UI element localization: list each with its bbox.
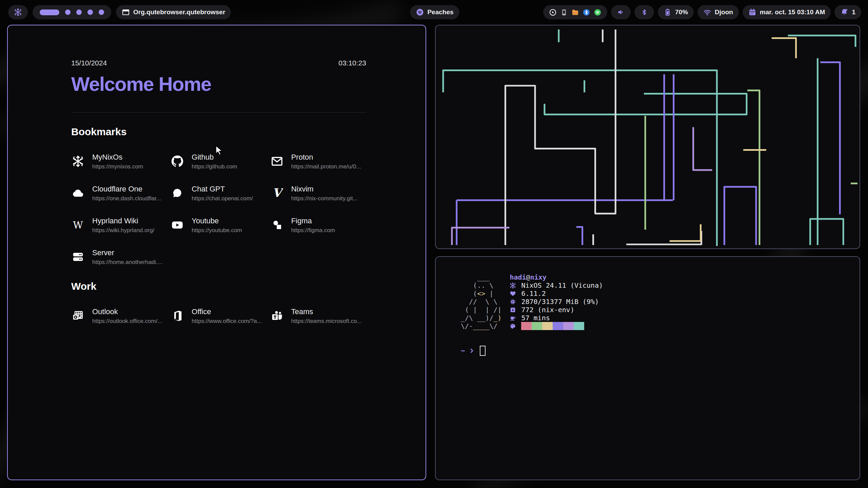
bookmark-url: https://wiki.hyprland.org/ xyxy=(92,227,154,234)
bookmark-texts: Youtubehttps://youtube.com xyxy=(192,217,242,234)
pipe-segment xyxy=(724,187,756,245)
teams-icon xyxy=(270,310,284,322)
bookmark-name: Chat GPT xyxy=(192,185,253,194)
fetch-rows: NixOS 24.11 (Vicuna)6.11.22870/31377 MiB… xyxy=(510,281,603,330)
bookmark-url: https://outlook.office.com/... xyxy=(92,318,162,325)
bookmark-name: Server xyxy=(92,248,162,257)
bookmark-url: https://chat.openai.com/ xyxy=(192,195,253,202)
bookmark-name: Nixvim xyxy=(291,185,358,194)
launcher-button[interactable] xyxy=(8,5,28,19)
bookmark-server[interactable]: Serverhttps://home.anotherhadi.... xyxy=(71,247,171,267)
phone-icon xyxy=(560,8,568,16)
clock-label: mar. oct. 15 03:10 AM xyxy=(760,8,825,16)
pipe-segment xyxy=(820,62,840,214)
datetime-row: 15/10/2024 03:10:23 xyxy=(71,59,366,67)
status-area: 70% Djoon mar. oct. 15 03:10 AM xyxy=(543,5,861,19)
workspace-dot[interactable] xyxy=(65,9,71,15)
notifications-chip[interactable]: 1 xyxy=(834,5,861,19)
fetch-value: NixOS 24.11 (Vicuna) xyxy=(521,281,603,289)
page-title: Welcome Home xyxy=(71,73,366,95)
bookmark-nixvim[interactable]: VNixvimhttps://nix-community.git... xyxy=(270,183,370,203)
palette-swatch xyxy=(532,322,542,330)
bookmark-texts: MyNixOshttps://mynixos.com xyxy=(92,153,143,170)
fetch-info: hadi@nixy NixOS 24.11 (Vicuna)6.11.22870… xyxy=(510,273,603,330)
pipe-segment xyxy=(788,36,855,47)
pipe-segment xyxy=(505,29,615,245)
bookmark-outlook[interactable]: Outlookhttps://outlook.office.com/... xyxy=(71,306,171,326)
fetch-row: 57 mins xyxy=(510,314,603,322)
bookmark-proton[interactable]: Protonhttps://mail.proton.me/u/0... xyxy=(270,151,370,171)
fetch-user: hadi xyxy=(510,273,526,281)
bookmark-name: Teams xyxy=(291,307,362,316)
bookmark-hyprland-wiki[interactable]: WHyprland Wikihttps://wiki.hyprland.org/ xyxy=(71,215,171,235)
bookmark-texts: Officehttps://www.office.com/?a... xyxy=(192,307,262,325)
workspace-dot[interactable] xyxy=(99,9,104,15)
workspace-active-pill[interactable] xyxy=(40,9,59,15)
bookmark-texts: Figmahttps://figma.com xyxy=(291,217,335,234)
section-heading: Bookmarks xyxy=(71,126,366,138)
fetch-host: nixy xyxy=(530,273,547,281)
bookmark-office[interactable]: Officehttps://www.office.com/?a... xyxy=(171,306,270,326)
nixos-logo-icon xyxy=(14,8,22,16)
memory-icon xyxy=(510,299,521,305)
battery-chip[interactable]: 70% xyxy=(658,5,694,19)
pipe-segment xyxy=(772,38,796,58)
bookmark-chat-gpt[interactable]: Chat GPThttps://chat.openai.com/ xyxy=(171,183,270,203)
bookmark-texts: Teamshttps://teams.microsoft.co... xyxy=(291,307,362,325)
bookmark-cloudflare-one[interactable]: Cloudflare Onehttps://one.dash.cloudflar… xyxy=(71,183,171,203)
active-window-title: Org.qutebrowser.qutebrowser xyxy=(133,8,225,16)
bookmark-url: https://youtube.com xyxy=(192,227,242,234)
bluetooth-badge-icon xyxy=(583,8,590,16)
mouse-cursor xyxy=(214,145,224,157)
bookmark-texts: Outlookhttps://outlook.office.com/... xyxy=(92,307,162,325)
packages-icon xyxy=(510,307,521,313)
bookmark-name: Hyprland Wiki xyxy=(92,217,154,225)
bookmark-url: https://nix-community.git... xyxy=(291,195,358,202)
workspace-switcher[interactable] xyxy=(33,5,111,19)
pipes-terminal-window[interactable] xyxy=(435,25,860,249)
terminal-cursor[interactable] xyxy=(480,346,486,356)
startpage-date: 15/10/2024 xyxy=(71,59,107,67)
bookmark-youtube[interactable]: Youtubehttps://youtube.com xyxy=(171,215,270,235)
youtube-icon xyxy=(171,219,184,231)
palette-swatch xyxy=(521,322,532,330)
network-chip[interactable]: Djoon xyxy=(697,5,739,19)
fetch-terminal-window[interactable]: ___ (.. \ (<> | // \ \ ( | | /|_/\ __)/_… xyxy=(435,256,860,480)
bookmark-figma[interactable]: Figmahttps://figma.com xyxy=(270,215,370,235)
fetch-at: @ xyxy=(526,273,530,281)
wikipedia-icon: W xyxy=(71,219,85,231)
shell-prompt: ~ xyxy=(461,346,860,356)
fetch-row: 6.11.2 xyxy=(510,289,603,298)
spotify-icon xyxy=(416,8,424,16)
bookmark-name: Outlook xyxy=(92,307,162,316)
prompt-cwd: ~ xyxy=(461,347,465,355)
volume-chip[interactable] xyxy=(611,5,631,19)
battery-level: 70% xyxy=(675,8,688,16)
network-name: Djoon xyxy=(715,8,733,16)
pipe-segment xyxy=(693,127,712,170)
speaker-icon xyxy=(617,8,625,16)
bookmark-url: https://www.office.com/?a... xyxy=(192,318,262,325)
bookmark-texts: Nixvimhttps://nix-community.git... xyxy=(291,185,358,202)
fetch-value: 6.11.2 xyxy=(521,289,546,298)
bluetooth-icon xyxy=(640,8,648,16)
media-player-chip[interactable]: Peaches xyxy=(410,5,459,19)
fastfetch-output: ___ (.. \ (<> | // \ \ ( | | /|_/\ __)/_… xyxy=(436,257,860,356)
active-window-chip[interactable]: Org.qutebrowser.qutebrowser xyxy=(116,5,231,19)
chat-icon xyxy=(171,187,184,199)
bookmark-teams[interactable]: Teamshttps://teams.microsoft.co... xyxy=(270,306,370,326)
bookmark-mynixos[interactable]: MyNixOshttps://mynixos.com xyxy=(71,151,171,171)
media-track-label: Peaches xyxy=(427,8,453,16)
fetch-value: 2870/31377 MiB (9%) xyxy=(521,298,599,306)
bookmark-name: Figma xyxy=(291,217,335,225)
workspace-dot[interactable] xyxy=(76,9,82,15)
fetch-value: 57 mins xyxy=(521,314,550,322)
workspace-dot[interactable] xyxy=(87,9,93,15)
system-tray[interactable] xyxy=(543,5,607,19)
pipe-segment xyxy=(576,227,583,245)
palette-icon xyxy=(510,323,521,329)
bluetooth-chip[interactable] xyxy=(634,5,654,19)
clock-chip[interactable]: mar. oct. 15 03:10 AM xyxy=(743,5,831,19)
snowflake-icon xyxy=(510,282,521,289)
qutebrowser-window[interactable]: 15/10/2024 03:10:23 Welcome Home Bookmar… xyxy=(7,25,426,480)
